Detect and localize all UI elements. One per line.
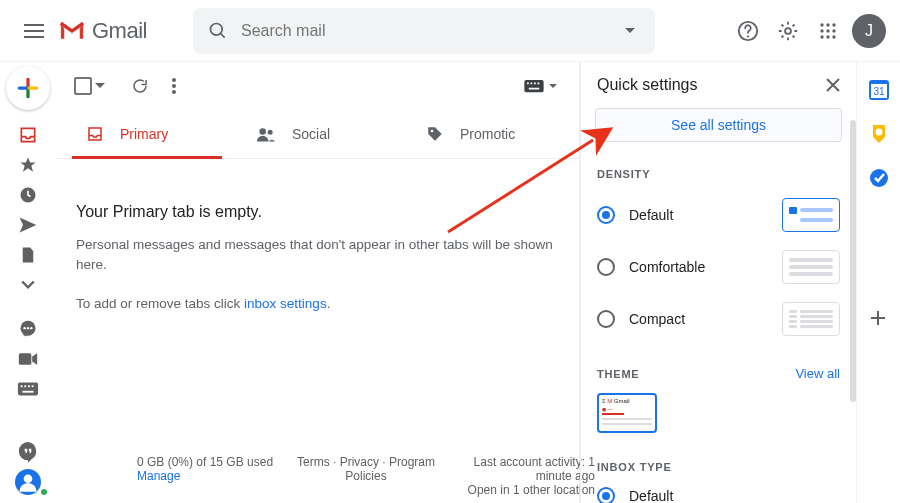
search-bar[interactable] xyxy=(193,8,655,54)
svg-rect-35 xyxy=(527,83,529,85)
select-all-checkbox[interactable] xyxy=(74,77,105,95)
theme-section-label: THEME View all xyxy=(597,366,840,381)
svg-point-21 xyxy=(30,327,32,329)
svg-point-4 xyxy=(820,23,823,26)
svg-rect-27 xyxy=(32,385,34,387)
search-icon[interactable] xyxy=(201,14,235,48)
quick-settings-panel: Quick settings See all settings DENSITY … xyxy=(580,62,856,503)
tab-label: Social xyxy=(292,126,330,142)
nav-account[interactable] xyxy=(8,467,48,497)
keyboard-icon xyxy=(523,79,545,93)
density-option-compact[interactable]: Compact xyxy=(597,302,840,336)
google-apps-button[interactable] xyxy=(808,11,848,51)
inbox-type-default[interactable]: Default xyxy=(597,487,840,503)
footer-activity: Last account activity: 1 minute ago Open… xyxy=(444,455,601,497)
more-button[interactable] xyxy=(157,69,191,103)
inbox-settings-link[interactable]: inbox settings xyxy=(244,296,327,311)
svg-point-41 xyxy=(268,130,273,135)
main-menu-button[interactable] xyxy=(14,11,54,51)
account-avatar[interactable]: J xyxy=(852,14,886,48)
density-option-default[interactable]: Default xyxy=(597,198,840,232)
svg-rect-39 xyxy=(529,88,540,90)
see-all-settings-button[interactable]: See all settings xyxy=(595,108,842,142)
svg-point-6 xyxy=(832,23,835,26)
input-method-button[interactable] xyxy=(523,79,557,93)
close-icon xyxy=(826,78,840,92)
nav-more[interactable] xyxy=(8,270,48,300)
chevron-down-icon xyxy=(549,84,557,89)
radio-selected-icon xyxy=(597,206,615,224)
svg-point-8 xyxy=(826,29,829,32)
calendar-addon[interactable]: 31 xyxy=(869,80,889,100)
quick-settings-title: Quick settings xyxy=(597,76,697,94)
svg-rect-23 xyxy=(18,383,38,396)
svg-point-10 xyxy=(820,35,823,38)
close-quick-settings[interactable] xyxy=(826,78,840,92)
manage-storage-link[interactable]: Manage xyxy=(137,469,282,483)
nav-hangouts[interactable] xyxy=(8,437,48,467)
svg-rect-26 xyxy=(28,385,30,387)
svg-rect-28 xyxy=(23,391,34,393)
nav-starred[interactable] xyxy=(8,150,48,180)
side-panel: 31 xyxy=(856,62,900,503)
svg-point-19 xyxy=(24,327,26,329)
svg-point-5 xyxy=(826,23,829,26)
svg-point-42 xyxy=(431,130,434,133)
radio-unselected-icon xyxy=(597,310,615,328)
empty-line1: Personal messages and messages that don'… xyxy=(76,235,559,276)
svg-point-11 xyxy=(826,35,829,38)
svg-rect-38 xyxy=(538,83,540,85)
refresh-button[interactable] xyxy=(123,69,157,103)
svg-point-32 xyxy=(172,84,176,88)
svg-point-31 xyxy=(172,78,176,82)
density-section-label: DENSITY xyxy=(597,168,840,180)
svg-point-7 xyxy=(820,29,823,32)
tab-social[interactable]: Social xyxy=(242,110,412,158)
footer-policies[interactable]: Terms · Privacy · Program Policies xyxy=(288,455,445,497)
tasks-addon[interactable] xyxy=(869,168,889,188)
category-tabs: Primary Social Promotic xyxy=(56,110,579,159)
keep-addon[interactable] xyxy=(869,124,889,144)
svg-point-2 xyxy=(747,35,749,37)
svg-point-40 xyxy=(259,128,266,135)
svg-point-30 xyxy=(24,474,33,483)
view-all-themes[interactable]: View all xyxy=(795,366,840,381)
nav-chat[interactable] xyxy=(8,314,48,344)
footer-storage: 0 GB (0%) of 15 GB used Manage xyxy=(131,455,288,497)
tab-promotions[interactable]: Promotic xyxy=(412,110,529,158)
svg-point-12 xyxy=(832,35,835,38)
empty-line2: To add or remove tabs click inbox settin… xyxy=(76,294,559,314)
nav-drafts[interactable] xyxy=(8,240,48,270)
svg-rect-24 xyxy=(21,385,23,387)
svg-point-46 xyxy=(875,129,882,136)
nav-meet[interactable] xyxy=(8,344,48,374)
search-input[interactable] xyxy=(235,21,613,41)
density-thumb-comfortable xyxy=(782,250,840,284)
tag-icon xyxy=(426,125,444,143)
support-button[interactable] xyxy=(728,11,768,51)
nav-keyboard[interactable] xyxy=(8,374,48,404)
main-area: Primary Social Promotic Your Primary tab… xyxy=(56,62,580,503)
header-bar: Gmail J xyxy=(0,0,900,62)
search-options-button[interactable] xyxy=(613,14,647,48)
nav-sent[interactable] xyxy=(8,210,48,240)
radio-unselected-icon xyxy=(597,258,615,276)
get-addons[interactable] xyxy=(869,309,889,329)
app-name: Gmail xyxy=(92,18,147,44)
svg-point-20 xyxy=(27,327,29,329)
density-option-comfortable[interactable]: Comfortable xyxy=(597,250,840,284)
compose-button[interactable] xyxy=(6,66,50,110)
gmail-logo[interactable]: Gmail xyxy=(58,18,147,44)
density-thumb-default xyxy=(782,198,840,232)
tab-label: Promotic xyxy=(460,126,515,142)
inbox-icon xyxy=(86,125,104,143)
nav-inbox[interactable] xyxy=(8,120,48,150)
gmail-icon xyxy=(58,21,86,41)
tab-primary[interactable]: Primary xyxy=(72,110,242,158)
svg-point-9 xyxy=(832,29,835,32)
svg-rect-34 xyxy=(524,80,543,92)
settings-button[interactable] xyxy=(768,11,808,51)
tab-label: Primary xyxy=(120,126,168,142)
nav-snoozed[interactable] xyxy=(8,180,48,210)
theme-thumbnail-default[interactable]: ≡ M Gmail ◼ — xyxy=(597,393,657,433)
